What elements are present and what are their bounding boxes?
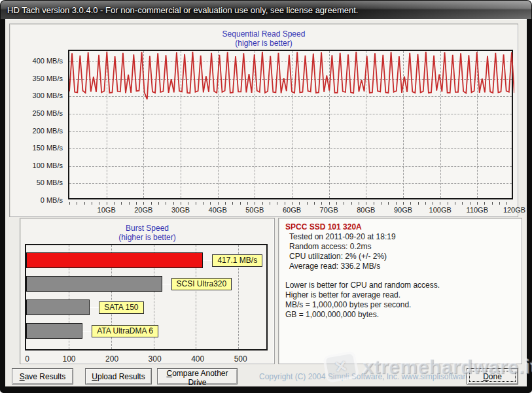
- burst-bar-label: SATA 150: [99, 301, 143, 314]
- burst-bar-row: 417.1 MB/s: [26, 252, 266, 268]
- burst-x-tick-label: 100: [62, 354, 75, 364]
- cpu-utilization-line: CPU utilization: 2% (+/- 2%): [285, 252, 515, 262]
- burst-bar-label: 417.1 MB/s: [212, 254, 262, 267]
- burst-x-tick-label: 400: [191, 354, 204, 364]
- upload-results-button[interactable]: Upload Results: [85, 368, 152, 384]
- footer-bar: Save Results Upload Results Compare Anot…: [5, 368, 527, 386]
- seq-x-axis-labels: 10GB20GB30GB40GB50GB60GB70GB80GB90GB100G…: [69, 206, 527, 215]
- burst-title-text: Burst Speed: [20, 224, 274, 233]
- window-title: HD Tach version 3.0.4.0 - For non-commer…: [1, 5, 358, 15]
- burst-speed-panel: Burst Speed (higher is better) 417.1 MB/…: [20, 218, 275, 364]
- info-spacer: [285, 271, 515, 281]
- burst-bar-label: SCSI Ultra320: [171, 278, 232, 290]
- seq-y-tick-label: 200 MB/s: [33, 127, 63, 135]
- burst-bar-label: ATA UltraDMA 6: [92, 325, 158, 337]
- seq-plot-area: [68, 50, 513, 199]
- burst-bar-row: ATA UltraDMA 6: [26, 323, 266, 339]
- seq-y-tick-label: 100 MB/s: [33, 162, 63, 169]
- drive-info-panel: SPCC SSD 101 320A Tested on 2011-09-20 a…: [278, 218, 522, 364]
- burst-bar-row: SATA 150: [26, 299, 266, 315]
- burst-chart-title: Burst Speed (higher is better): [20, 224, 274, 242]
- seq-y-tick-label: 300 MB/s: [33, 92, 63, 99]
- app-window: HD Tach version 3.0.4.0 - For non-commer…: [0, 0, 532, 393]
- seq-x-tick-label: 70GB: [320, 206, 338, 214]
- seq-y-axis-labels: 0 MB/s50 MB/s100 MB/s150 MB/s200 MB/s250…: [10, 24, 65, 216]
- upload-results-label: Upload Results: [92, 372, 145, 381]
- seq-x-tick-label: 50GB: [245, 206, 264, 214]
- burst-bar-connector: [82, 331, 92, 332]
- note-line-3: MB/s = 1,000,000 bytes per second.: [285, 300, 515, 310]
- burst-subtitle-text: (higher is better): [20, 233, 274, 242]
- seq-x-minor-ticks: [69, 202, 514, 205]
- copyright-text: Copyright (C) 2004 Simpli Software, Inc.…: [259, 372, 487, 381]
- seq-read-speed-line: [69, 52, 514, 99]
- burst-bar-row: SCSI Ultra320: [26, 276, 266, 292]
- burst-x-axis-labels: 0100200300400500: [26, 354, 275, 364]
- seq-y-tick-label: 0 MB/s: [41, 196, 63, 204]
- random-access-line: Random access: 0.2ms: [285, 242, 515, 252]
- seq-line-svg: [69, 51, 514, 201]
- seq-x-tick-label: 60GB: [283, 206, 301, 214]
- tested-on-line: Tested on 2011-09-20 at 18:19: [285, 232, 515, 242]
- seq-y-tick-label: 250 MB/s: [33, 109, 63, 117]
- save-results-label: Save Results: [20, 372, 66, 381]
- sequential-subtitle-text: (higher is better): [10, 39, 518, 48]
- client-area: Sequential Read Speed (higher is better)…: [5, 19, 527, 386]
- seq-x-tick-label: 80GB: [357, 206, 375, 214]
- note-line-4: GB = 1,000,000,000 bytes.: [285, 310, 515, 320]
- burst-bar-connector: [162, 284, 171, 284]
- sequential-chart-title: Sequential Read Speed (higher is better): [10, 29, 518, 48]
- burst-bar: [26, 299, 90, 315]
- note-line-2: Higher is better for average read.: [285, 290, 515, 300]
- seq-x-tick-label: 90GB: [394, 206, 412, 214]
- seq-x-tick-label: 100GB: [429, 206, 452, 214]
- burst-x-tick-label: 0: [25, 354, 29, 364]
- sequential-read-panel: Sequential Read Speed (higher is better)…: [9, 24, 518, 217]
- compare-another-drive-button[interactable]: Compare Another Drive: [157, 368, 238, 384]
- burst-bar-connector: [90, 307, 99, 308]
- done-label: Done: [483, 372, 502, 381]
- burst-bar: [26, 276, 162, 292]
- seq-y-tick-label: 350 MB/s: [33, 75, 63, 82]
- average-read-line: Average read: 336.2 MB/s: [285, 262, 515, 271]
- burst-bar: [26, 252, 203, 268]
- burst-x-tick-label: 300: [149, 354, 162, 364]
- seq-y-tick-label: 150 MB/s: [33, 144, 63, 152]
- seq-y-tick-label: 50 MB/s: [37, 179, 63, 186]
- title-bar[interactable]: HD Tach version 3.0.4.0 - For non-commer…: [1, 1, 531, 19]
- seq-y-tick-label: 400 MB/s: [33, 57, 63, 65]
- seq-x-tick-label: 20GB: [134, 206, 152, 214]
- burst-plot-area: 417.1 MB/sSCSI Ultra320SATA 150ATA Ultra…: [25, 244, 268, 350]
- done-button[interactable]: Done: [467, 368, 518, 384]
- drive-name: SPCC SSD 101 320A: [285, 222, 515, 232]
- sequential-title-text: Sequential Read Speed: [10, 29, 518, 39]
- burst-bar: [26, 323, 82, 339]
- seq-x-tick-label: 110GB: [467, 206, 488, 214]
- save-results-button[interactable]: Save Results: [12, 368, 73, 384]
- seq-x-tick-label: 30GB: [171, 206, 190, 214]
- burst-x-tick-label: 200: [105, 354, 118, 364]
- seq-x-tick-label: 10GB: [98, 206, 116, 214]
- seq-x-tick-label: 40GB: [209, 206, 227, 214]
- seq-x-tick-label: 120GB: [503, 206, 525, 214]
- compare-another-drive-label: Compare Another Drive: [158, 369, 237, 387]
- burst-bar-connector: [203, 260, 212, 261]
- note-line-1: Lower is better for CPU and random acces…: [285, 281, 515, 290]
- burst-x-tick-label: 500: [234, 354, 247, 364]
